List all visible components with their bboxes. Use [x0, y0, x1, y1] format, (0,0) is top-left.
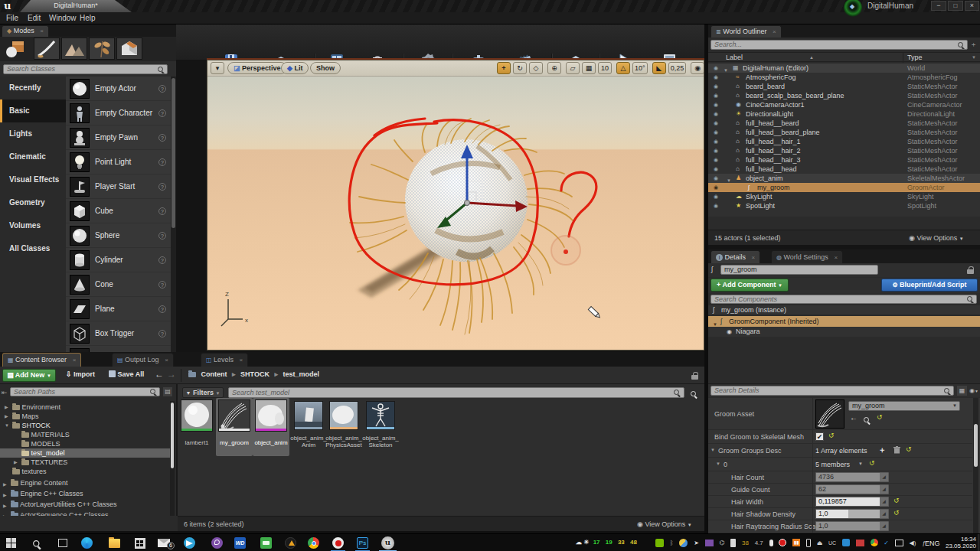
category-visual-effects[interactable]: Visual Effects	[0, 168, 66, 191]
reset-icon[interactable]: ↺	[906, 445, 912, 453]
asset-label[interactable]: object_anim_Skeleton	[362, 435, 399, 448]
asset-object-anim-physicsasset[interactable]	[329, 401, 358, 430]
outliner-row[interactable]: ◉▼ ▦ DigitalHuman (Editor) World	[708, 64, 980, 73]
folder-row[interactable]: ▶ ActorSequence C++ Classes	[0, 510, 170, 516]
device-tray-icon[interactable]	[730, 539, 736, 547]
minimize-button[interactable]: −	[931, 1, 946, 11]
outliner-row-selected[interactable]: ◉ ʃ my_groom GroomActor	[708, 183, 980, 192]
unreal-taskbar-icon[interactable]: u	[381, 536, 394, 549]
mode-landscape-icon[interactable]	[61, 37, 87, 60]
visibility-eye-icon[interactable]: ◉	[714, 109, 718, 119]
visibility-eye-icon[interactable]: ◉	[714, 165, 718, 174]
details-view-options-icon[interactable]: ◉▼	[969, 387, 978, 394]
place-item-cylinder[interactable]: Cylinder?	[66, 248, 171, 272]
amd-icon[interactable]	[285, 537, 296, 549]
place-item-empty-character[interactable]: Empty Character?	[66, 101, 171, 126]
search-assets-input[interactable]: Search test_model	[228, 387, 684, 398]
breadcrumb-shtock[interactable]: SHTOCK	[240, 370, 270, 378]
ms-store-icon[interactable]	[135, 538, 145, 549]
folder-row[interactable]: textures	[0, 467, 170, 476]
breadcrumb-test-model[interactable]: test_model	[283, 370, 319, 378]
scale-snap-button[interactable]: ◣	[652, 62, 666, 74]
search-classes-input[interactable]: Search Classes	[3, 64, 168, 74]
world-local-toggle-button[interactable]: ⊕	[547, 62, 561, 74]
mic-tray-icon[interactable]	[769, 540, 773, 546]
folder-row[interactable]: ▶ Maps	[0, 412, 170, 421]
folder-row[interactable]: ▶ Engine C++ Classes	[0, 488, 170, 499]
grid-snap-button[interactable]: ▦	[582, 62, 596, 74]
surface-snap-button[interactable]: ▱	[566, 62, 580, 74]
file-explorer-icon[interactable]	[109, 539, 120, 548]
browse-to-asset-icon[interactable]	[864, 417, 871, 424]
world-settings-tab[interactable]: ◍ World Settings ×	[771, 250, 843, 264]
visibility-eye-icon[interactable]: ◉	[714, 192, 718, 201]
place-item-plane[interactable]: Plane?	[66, 297, 171, 321]
pen-tray-icon[interactable]	[842, 539, 850, 546]
outliner-row[interactable]: ◉ ⌂ full_head__hair_2 StaticMeshActor	[708, 146, 980, 155]
visibility-eye-icon[interactable]: ◉	[714, 73, 718, 82]
category-basic[interactable]: Basic	[0, 99, 66, 122]
world-settings-tab-close-icon[interactable]: ×	[834, 254, 838, 261]
hair-shadow-density-field[interactable]: 1,0 ◢	[815, 509, 889, 519]
hair-raytracing-field[interactable]: 1,0◢	[815, 521, 889, 531]
column-label[interactable]: Label	[726, 53, 743, 62]
phone-tray-icon[interactable]	[806, 539, 811, 547]
filters-button[interactable]: ▼ Filters ▼	[182, 387, 224, 398]
outliner-search-input[interactable]: Search...	[710, 40, 968, 50]
language-indicator[interactable]: ENG	[925, 540, 940, 547]
outliner-row[interactable]: ◉ ⌂ beard_beard StaticMeshActor	[708, 82, 980, 91]
tab-close-icon[interactable]: ×	[165, 357, 168, 364]
recorder-icon[interactable]	[332, 537, 344, 549]
swoosh-tray-icon[interactable]: ✓	[884, 540, 889, 546]
expander-icon[interactable]: ▼	[710, 448, 715, 452]
back-button[interactable]: ←	[155, 369, 164, 380]
uc-tray-icon[interactable]: UC	[828, 540, 836, 546]
eject-tray-icon[interactable]: ⏏	[817, 540, 823, 546]
details-scrollbar[interactable]	[973, 398, 978, 533]
scale-tool-button[interactable]: ◇	[529, 62, 543, 74]
modes-scrollbar[interactable]	[171, 77, 176, 352]
place-item-empty-pawn[interactable]: Empty Pawn?	[66, 126, 171, 150]
visibility-eye-icon[interactable]: ◉	[714, 82, 718, 91]
hair-count-field[interactable]: 4736◢	[815, 472, 889, 482]
outliner-column-header[interactable]: Label ▲ Type ▼	[708, 52, 980, 62]
outliner-row[interactable]: ◉ ⌂ full_head__hair_1 StaticMeshActor	[708, 137, 980, 146]
modes-scrollbar-thumb[interactable]	[172, 78, 175, 228]
outliner-row[interactable]: ◉ ⌂ full_head__hair_3 StaticMeshActor	[708, 155, 980, 165]
volume-tray-icon[interactable]: ◀)	[910, 540, 916, 546]
monitor-tray-icon[interactable]	[705, 540, 714, 546]
task-view-icon[interactable]	[58, 539, 67, 547]
show-button[interactable]: Show	[310, 62, 341, 74]
column-options-icon[interactable]: ▼	[972, 53, 976, 62]
cb-view-options[interactable]: ◉ View Options ▼	[637, 517, 692, 533]
sources-list-icon[interactable]: ▤	[163, 387, 172, 396]
output-log-tab[interactable]: ▤ Output Log ×	[112, 353, 174, 367]
sources-scrollbar-thumb[interactable]	[171, 403, 174, 468]
viewport-options-button[interactable]: ▾	[211, 62, 224, 74]
outliner-row[interactable]: ◉ ⌂ full_head__head StaticMeshActor	[708, 165, 980, 174]
place-item-sphere[interactable]: Sphere?	[66, 223, 171, 248]
bind-groom-checkbox[interactable]: ✔	[815, 432, 824, 441]
rotate-tool-button[interactable]: ↻	[513, 62, 527, 74]
mode-place-icon[interactable]	[5, 38, 28, 60]
collapse-sources-icon[interactable]: ⇤	[2, 389, 8, 396]
outliner-filter-icon[interactable]: ＋	[970, 40, 977, 50]
breadcrumb-content[interactable]: Content	[201, 370, 227, 378]
grid-snap-value[interactable]: 10	[598, 62, 612, 74]
tab-close-icon[interactable]: ×	[73, 357, 77, 364]
add-component-button[interactable]: + Add Component ▼	[710, 279, 789, 292]
nvidia-tray-icon[interactable]	[655, 539, 664, 547]
reset-icon[interactable]: ↺	[893, 509, 900, 517]
asset-lambert1[interactable]	[181, 399, 213, 432]
outliner-row[interactable]: ◉ ☁ SkyLight SkyLight	[708, 192, 980, 201]
category-volumes[interactable]: Volumes	[0, 214, 66, 237]
lit-button[interactable]: ◆ Lit	[281, 62, 309, 74]
visibility-eye-icon[interactable]: ◉	[714, 100, 718, 109]
record-tray-icon[interactable]	[779, 539, 786, 546]
search-details-input[interactable]: Search Details	[710, 386, 954, 396]
asset-label[interactable]: object_anim_PhysicsAsset	[325, 435, 362, 448]
telegram-icon[interactable]	[184, 537, 195, 549]
category-recently-placed[interactable]: Recently Placed	[0, 77, 66, 99]
outliner-row[interactable]: ◉ ≈ AtmosphericFog AtmosphericFog	[708, 73, 980, 82]
find-in-cb-icon[interactable]	[691, 391, 697, 398]
